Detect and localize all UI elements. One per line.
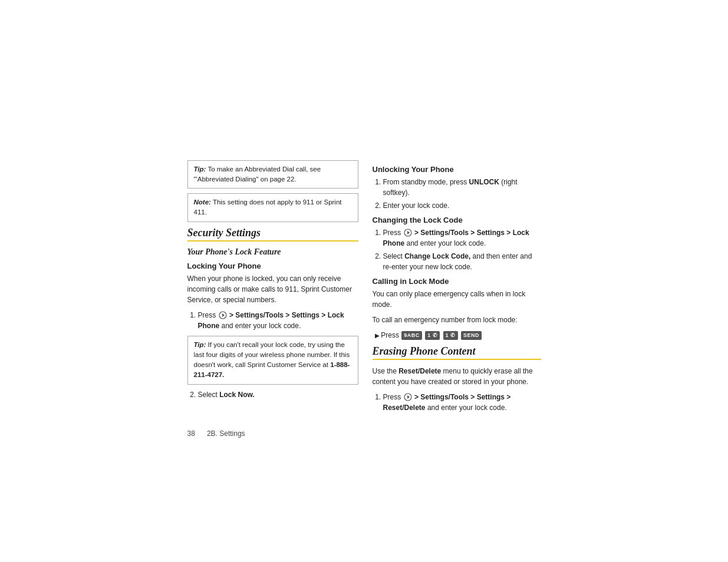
menu-icon-2 <box>404 229 412 237</box>
step2-bold: Lock Now. <box>219 391 255 399</box>
tip-box-1: Tip: To make an Abbreviated Dial call, s… <box>187 160 358 189</box>
step1-prefix: Press <box>198 311 216 319</box>
menu-icon-1 <box>219 311 227 319</box>
press-label: Press <box>381 331 399 339</box>
step1-suffix: and enter your lock code. <box>222 322 301 330</box>
section-title: Security Settings <box>187 227 358 239</box>
page-number: 38 <box>187 429 195 438</box>
erasing-bold: Reset/Delete <box>398 367 441 375</box>
erasing-step-1: Press > Settings/Tools > Settings > Rese… <box>383 392 541 413</box>
tip-text-2: If you can't recall your lock code, try … <box>194 341 350 369</box>
menu-icon-3 <box>404 393 412 401</box>
unlocking-step-2: Enter your lock code. <box>383 200 541 211</box>
key-1b: 1 ✆ <box>443 331 458 340</box>
erasing-title: Erasing Phone Content <box>373 345 541 358</box>
changing-step-2: Select Change Lock Code, and then enter … <box>383 251 541 272</box>
page-section: 2B. Settings <box>207 429 245 438</box>
calling-bullet-item: Press 9ABC 1 ✆ 1 ✆ SEND <box>375 330 541 340</box>
locking-para: When your phone is locked, you can only … <box>187 273 358 305</box>
note-label: Note: <box>194 199 211 206</box>
svg-marker-3 <box>407 231 410 234</box>
tip-box-2: Tip: If you can't recall your lock code,… <box>187 336 358 385</box>
locking-step-1: Press > Settings/Tools > Settings > Lock… <box>198 310 358 331</box>
calling-sub: To call an emergency number from lock mo… <box>373 315 541 325</box>
note-box: Note: This setting does not apply to 911… <box>187 193 358 222</box>
locking-heading: Locking Your Phone <box>187 262 358 270</box>
erasing-steps: Press > Settings/Tools > Settings > Rese… <box>383 392 541 413</box>
locking-steps: Press > Settings/Tools > Settings > Lock… <box>198 310 358 331</box>
unlocking-steps: From standby mode, press UNLOCK (right s… <box>383 177 541 211</box>
erasing-para: Use the Reset/Delete menu to quickly era… <box>373 366 541 387</box>
key-1: 1 ✆ <box>425 331 440 340</box>
svg-marker-1 <box>222 313 225 317</box>
unlocking-step-1: From standby mode, press UNLOCK (right s… <box>383 177 541 198</box>
page-footer: 38 2B. Settings <box>187 429 541 438</box>
erasing-divider <box>373 359 541 360</box>
changing-steps: Press > Settings/Tools > Settings > Lock… <box>383 227 541 272</box>
svg-marker-5 <box>407 395 410 399</box>
left-column: Tip: To make an Abbreviated Dial call, s… <box>187 160 358 418</box>
changing-heading: Changing the Lock Code <box>373 216 541 224</box>
tip-label-2: Tip: <box>194 341 206 348</box>
calling-para: You can only place emergency calls when … <box>373 289 541 310</box>
sub-title: Your Phone's Lock Feature <box>187 247 358 257</box>
section-divider <box>187 240 358 242</box>
calling-heading: Calling in Lock Mode <box>373 277 541 286</box>
unlocking-heading: Unlocking Your Phone <box>373 165 541 174</box>
locking-steps-2: Select Lock Now. <box>198 389 358 400</box>
changing-step-1: Press > Settings/Tools > Settings > Lock… <box>383 227 541 249</box>
calling-bullet-list: Press 9ABC 1 ✆ 1 ✆ SEND <box>375 330 541 340</box>
locking-step-2: Select Lock Now. <box>198 389 358 400</box>
step2-prefix: Select <box>198 391 218 399</box>
note-text: This setting does not apply to 911 or Sp… <box>194 199 342 216</box>
tip-text-1: To make an Abbreviated Dial call, see "'… <box>194 166 321 183</box>
key-send: SEND <box>461 331 482 340</box>
right-column: Unlocking Your Phone From standby mode, … <box>373 160 541 418</box>
tip-label-1: Tip: <box>194 166 206 173</box>
key-9abc: 9ABC <box>401 331 422 340</box>
